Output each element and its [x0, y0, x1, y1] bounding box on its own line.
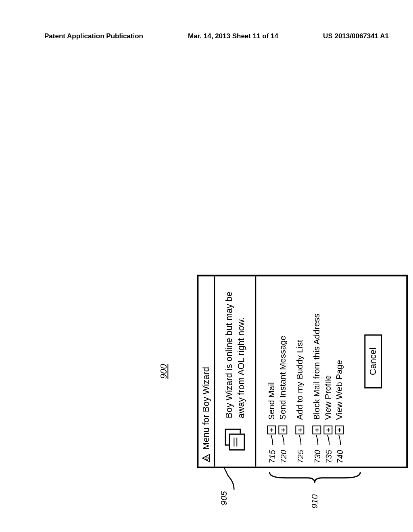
expand-plus-icon[interactable]: + — [296, 426, 305, 434]
expand-plus-icon[interactable]: + — [324, 426, 333, 434]
menu-item-block-mail[interactable]: 730 + Block Mail from this Address — [312, 289, 322, 434]
header-left: Patent Application Publication — [44, 32, 143, 40]
menu-area: 715 + Send Mail 720 + Send Instant Messa… — [257, 276, 407, 467]
ref-735: 735 — [325, 450, 334, 463]
aol-triangle-icon — [202, 454, 211, 463]
menu-label: Send Mail — [267, 382, 277, 420]
ref-730: 730 — [313, 450, 323, 463]
dialog-titlebar: Menu for Boy Wizard — [198, 276, 215, 467]
status-line-1: Boy Wizard is online but may be — [223, 291, 235, 418]
menu-item-send-mail[interactable]: 715 + Send Mail — [267, 289, 277, 434]
menu-label: View Profile — [323, 375, 333, 420]
cancel-button[interactable]: Cancel — [365, 334, 382, 388]
status-area: Boy Wizard is online but may be away fro… — [215, 276, 256, 467]
menu-label: View Web Page — [335, 360, 344, 420]
page-header: Patent Application Publication Mar. 14, … — [44, 32, 389, 40]
dialog-title: Menu for Boy Wizard — [201, 367, 211, 449]
ref-725: 725 — [296, 450, 306, 463]
menu-dialog: Menu for Boy Wizard Boy Wizard is online… — [197, 275, 408, 468]
figure-number: 900 — [159, 364, 169, 379]
leader-line — [328, 435, 329, 446]
leader-line — [300, 435, 300, 446]
svg-point-0 — [206, 457, 208, 459]
expand-plus-icon[interactable]: + — [335, 426, 344, 434]
menu-item-send-im[interactable]: 720 + Send Instant Message — [278, 289, 288, 434]
leader-line — [339, 435, 340, 446]
menu-label: Add to my Buddy List — [295, 340, 305, 420]
ref-720: 720 — [280, 450, 289, 463]
menu-label: Block Mail from this Address — [312, 314, 322, 420]
leader-line — [317, 435, 317, 446]
menu-item-add-buddy[interactable]: 725 + Add to my Buddy List — [295, 289, 305, 434]
buddy-note-icon — [225, 427, 246, 451]
callout-905-label: 905 — [219, 491, 229, 505]
menu-item-view-profile[interactable]: 735 + View Profile — [323, 289, 333, 434]
figure-group: 900 905 910 Menu for Boy Wizard — [197, 275, 408, 468]
callout-910-brace — [267, 471, 362, 484]
status-line-2: away from AOL right now. — [235, 291, 247, 418]
menu-item-view-web[interactable]: 740 + View Web Page — [335, 289, 344, 434]
expand-plus-icon[interactable]: + — [279, 426, 288, 434]
header-right: US 2013/0067341 A1 — [323, 32, 389, 40]
status-text: Boy Wizard is online but may be away fro… — [223, 291, 247, 418]
leader-line — [271, 435, 272, 446]
callout-910-label: 910 — [310, 495, 319, 509]
expand-plus-icon[interactable]: + — [267, 426, 276, 434]
ref-715: 715 — [268, 450, 277, 463]
callout-905-leader — [221, 468, 233, 490]
ref-740: 740 — [336, 450, 345, 463]
menu-label: Send Instant Message — [278, 336, 288, 420]
expand-plus-icon[interactable]: + — [313, 426, 321, 434]
leader-line — [283, 435, 284, 446]
header-center: Mar. 14, 2013 Sheet 11 of 14 — [188, 32, 278, 40]
